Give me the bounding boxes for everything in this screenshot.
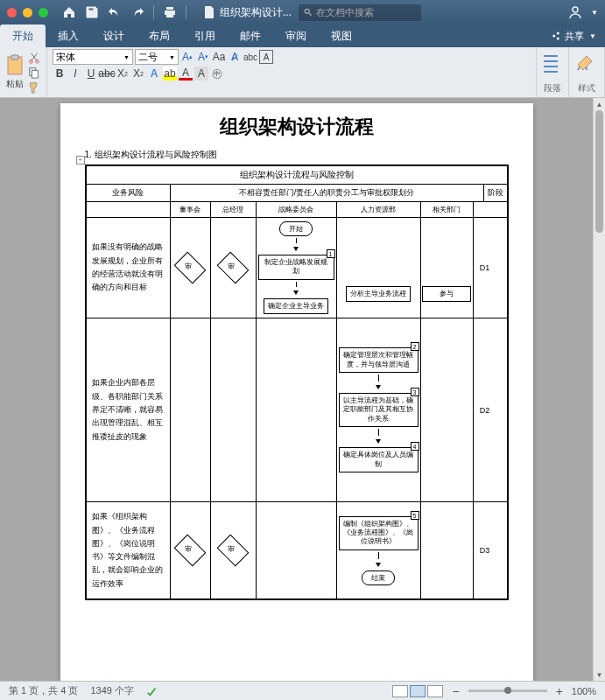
- tab-view[interactable]: 视图: [319, 24, 364, 47]
- bold-button[interactable]: B: [53, 66, 67, 80]
- table-row: 如果企业内部各层级、各职能部门关系界定不清晰，就容易出现管理混乱、相互推诿扯皮的…: [87, 318, 507, 502]
- tab-references[interactable]: 引用: [182, 24, 228, 47]
- search-placeholder: 在文档中搜索: [316, 6, 374, 19]
- chevron-down-icon[interactable]: ▼: [591, 9, 598, 17]
- zoom-in-button[interactable]: +: [556, 684, 563, 698]
- process-shape: 编制《组织架构图》、《业务流程图》、《岗位说明书》5: [339, 516, 419, 550]
- share-button[interactable]: 共享 ▼: [542, 24, 605, 47]
- paragraph-icon[interactable]: [542, 52, 563, 79]
- tab-review[interactable]: 审阅: [273, 24, 319, 47]
- search-input[interactable]: 在文档中搜索: [299, 4, 421, 21]
- document-area[interactable]: 组织架构设计流程 + 1. 组织架构设计流程与风险控制图 组织架构设计流程与风险…: [0, 98, 593, 681]
- table-row: 如果《组织架构图》、《业务流程图》、《岗位说明书》等文件编制混乱，就会影响企业的…: [87, 502, 507, 598]
- superscript-button[interactable]: X2: [131, 66, 145, 80]
- italic-button[interactable]: I: [68, 66, 82, 80]
- print-icon[interactable]: [163, 5, 177, 19]
- zoom-out-button[interactable]: −: [452, 684, 459, 698]
- strikethrough-button[interactable]: abc: [100, 66, 114, 80]
- svg-rect-10: [32, 70, 38, 78]
- scrollbar-thumb[interactable]: [595, 110, 603, 233]
- paste-button[interactable]: 粘贴: [5, 54, 25, 90]
- grow-font-button[interactable]: A▴: [180, 50, 194, 64]
- subscript-button[interactable]: X2: [116, 66, 130, 80]
- anchor-icon[interactable]: +: [76, 156, 85, 164]
- col-header-mid: 不相容责任部门/责任人的职责分工与审批权限划分: [171, 185, 484, 201]
- maximize-window-button[interactable]: [39, 8, 48, 18]
- col-header-strategy: 战略委员会: [257, 202, 337, 217]
- zoom-level[interactable]: 100%: [572, 686, 596, 696]
- statusbar: 第 1 页，共 4 页 1349 个字 − + 100%: [0, 681, 605, 700]
- vertical-scrollbar[interactable]: ▲ ▼: [593, 98, 605, 681]
- char-border-button[interactable]: A: [259, 50, 273, 64]
- table-row: 如果没有明确的战略发展规划，企业所有的经营活动就没有明确的方向和目标 审 审 开…: [87, 218, 507, 318]
- view-web-button[interactable]: [427, 685, 443, 697]
- scroll-up-button[interactable]: ▲: [594, 98, 605, 110]
- process-shape: 确定管理层次和管理幅度，并与领导层沟通2: [339, 347, 419, 373]
- view-mode-buttons: [392, 685, 443, 697]
- view-read-button[interactable]: [392, 685, 408, 697]
- word-count[interactable]: 1349 个字: [90, 684, 134, 697]
- shrink-font-button[interactable]: A▾: [196, 50, 210, 64]
- save-icon[interactable]: [85, 5, 99, 19]
- decision-shape: 审: [217, 252, 250, 284]
- page: 组织架构设计流程 + 1. 组织架构设计流程与风险控制图 组织架构设计流程与风险…: [60, 103, 533, 681]
- process-shape: 以主导流程为基础，确定职能部门及其相互协作关系3: [339, 393, 419, 427]
- undo-icon[interactable]: [108, 5, 122, 19]
- decision-shape: 审: [174, 535, 207, 567]
- font-color-button[interactable]: A: [179, 66, 193, 80]
- tab-layout[interactable]: 布局: [137, 24, 182, 47]
- zoom-slider[interactable]: [468, 690, 547, 692]
- tab-insert[interactable]: 插入: [46, 24, 91, 47]
- clipboard-icon: [5, 54, 25, 77]
- scroll-down-button[interactable]: ▼: [594, 668, 605, 681]
- process-shape: 确定具体岗位及人员编制4: [339, 447, 419, 472]
- ribbon: 粘贴 宋体▼ 二号▼ A▴ A▾ Aa A̷ abc A B I: [0, 47, 605, 98]
- clipboard-group: 粘贴: [0, 47, 47, 97]
- format-painter-icon[interactable]: [27, 81, 41, 94]
- user-icon[interactable]: [568, 5, 582, 19]
- window-controls: [7, 8, 48, 18]
- cut-icon[interactable]: [27, 52, 41, 64]
- svg-point-2: [552, 35, 555, 38]
- col-header-risk: 业务风险: [87, 185, 171, 201]
- text-effects-button[interactable]: A: [147, 66, 161, 80]
- paragraph-group: 段落: [537, 47, 569, 97]
- svg-rect-6: [11, 55, 18, 60]
- spellcheck-icon[interactable]: [146, 685, 158, 697]
- redo-icon[interactable]: [130, 5, 144, 19]
- decision-shape: 审: [174, 252, 207, 284]
- enclose-char-button[interactable]: ㊥: [210, 66, 224, 80]
- section-heading: 1. 组织架构设计流程与风险控制图: [85, 149, 509, 161]
- home-icon[interactable]: [62, 5, 76, 19]
- close-window-button[interactable]: [7, 8, 17, 18]
- view-print-button[interactable]: [410, 685, 426, 697]
- titlebar: 组织架构设计... 在文档中搜索 ▼: [0, 0, 605, 24]
- change-case-button[interactable]: Aa: [212, 50, 226, 64]
- process-shape: 参与: [422, 286, 471, 302]
- phase-label: D1: [474, 218, 496, 318]
- tab-mailings[interactable]: 邮件: [228, 24, 273, 47]
- end-terminator: 结束: [362, 570, 395, 585]
- risk-text: 如果企业内部各层级、各职能部门关系界定不清晰，就容易出现管理混乱、相互推诿扯皮的…: [87, 318, 171, 501]
- highlight-button[interactable]: ab: [163, 66, 177, 80]
- underline-button[interactable]: U: [84, 66, 98, 80]
- char-shading-button[interactable]: A: [194, 66, 208, 80]
- page-indicator[interactable]: 第 1 页，共 4 页: [9, 684, 78, 697]
- decision-shape: 审: [217, 535, 250, 567]
- process-shape: 分析主导业务流程: [346, 286, 411, 302]
- tab-home[interactable]: 开始: [0, 24, 46, 47]
- svg-point-4: [557, 38, 559, 40]
- risk-text: 如果《组织架构图》、《业务流程图》、《岗位说明书》等文件编制混乱，就会影响企业的…: [87, 502, 171, 598]
- phonetic-guide-button[interactable]: abc: [243, 50, 257, 64]
- tab-design[interactable]: 设计: [91, 24, 137, 47]
- font-size-select[interactable]: 二号▼: [135, 49, 179, 65]
- styles-icon[interactable]: A: [574, 52, 599, 79]
- page-title: 组织架构设计流程: [85, 114, 509, 140]
- copy-icon[interactable]: [27, 66, 41, 79]
- minimize-window-button[interactable]: [23, 8, 32, 18]
- risk-text: 如果没有明确的战略发展规划，企业所有的经营活动就没有明确的方向和目标: [87, 218, 171, 318]
- svg-point-0: [305, 9, 309, 13]
- flowchart-table: 组织架构设计流程与风险控制 业务风险 不相容责任部门/责任人的职责分工与审批权限…: [85, 164, 509, 600]
- font-family-select[interactable]: 宋体▼: [53, 49, 133, 65]
- clear-format-button[interactable]: A̷: [228, 50, 242, 64]
